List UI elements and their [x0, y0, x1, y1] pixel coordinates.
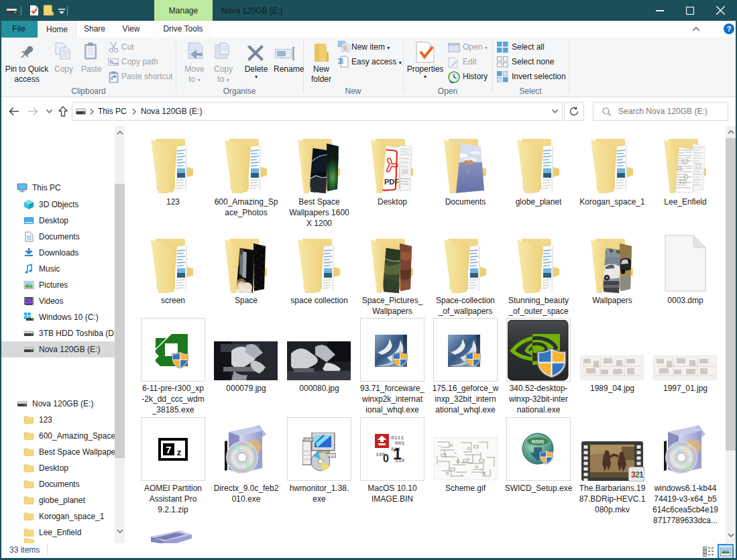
svg-text:1: 1: [393, 445, 402, 463]
svg-text:0: 0: [383, 453, 389, 463]
svg-text:PDF: PDF: [384, 178, 399, 186]
svg-text:NSIS: NSIS: [532, 439, 545, 445]
svg-text:1: 1: [639, 470, 644, 480]
svg-text:7: 7: [166, 444, 171, 455]
svg-text:z: z: [177, 447, 182, 457]
svg-text:?: ?: [727, 25, 732, 33]
